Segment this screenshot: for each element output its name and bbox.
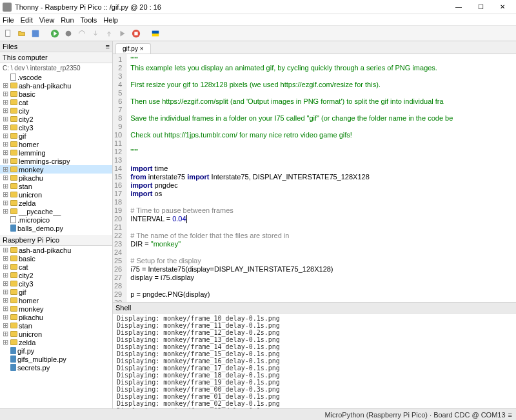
device-item[interactable]: ⊞monkey [0,305,112,313]
new-file-button[interactable] [3,28,14,39]
menubar: FileEditViewRunToolsHelp [0,14,516,26]
local-item[interactable]: ⊞stan [0,182,112,190]
step-out-button[interactable] [103,28,115,39]
local-files-tree: .vscode⊞ash-and-pikachu⊞basic⊞cat⊞city⊞c… [0,73,112,232]
svg-rect-7 [152,34,159,36]
editor-tab[interactable]: gif.py × [115,43,151,54]
device-item[interactable]: ⊞city3 [0,279,112,288]
stop-button[interactable] [130,28,142,39]
device-item[interactable]: ⊞cat [0,263,112,271]
device-item[interactable]: ⊞unicron [0,330,112,338]
open-file-button[interactable] [16,28,28,39]
menu-run[interactable]: Run [61,16,74,24]
device-item[interactable]: secrets.py [0,363,112,372]
local-item[interactable]: ⊞city2 [0,115,112,123]
svg-rect-1 [32,30,39,37]
maximize-button[interactable]: ☐ [470,1,491,14]
local-files-header[interactable]: This computer [0,52,112,63]
step-over-button[interactable] [76,28,88,39]
local-item[interactable]: ⊞pikachu [0,174,112,182]
window-title: Thonny - Raspberry Pi Pico :: /gif.py @ … [15,3,448,11]
local-item[interactable]: .micropico [0,215,112,224]
editor-tabbar: gif.py × [113,41,516,54]
files-sidebar: Files ≡ This computer C: \ dev \ interst… [0,41,113,408]
device-item[interactable]: ⊞city2 [0,271,112,279]
device-item[interactable]: ⊞ash-and-pikachu [0,246,112,254]
step-into-button[interactable] [90,28,101,39]
device-item[interactable]: gif.py [0,346,112,355]
device-files-tree: ⊞ash-and-pikachu⊞basic⊞cat⊞city2⊞city3⊞g… [0,246,112,408]
menu-tools[interactable]: Tools [81,16,97,24]
svg-rect-5 [134,32,137,35]
app-icon [3,3,12,12]
device-item[interactable]: ⊞gif [0,288,112,296]
device-item[interactable]: ⊞pikachu [0,313,112,321]
minimize-button[interactable]: — [448,1,470,14]
shell-output[interactable]: Displaying: monkey/frame_10_delay-0.1s.p… [113,314,516,408]
local-item[interactable]: balls_demo.py [0,224,112,232]
local-item[interactable]: ⊞gif [0,132,112,140]
menu-file[interactable]: File [3,16,14,24]
menu-help[interactable]: Help [103,16,118,24]
svg-point-3 [66,30,72,36]
save-button[interactable] [30,28,41,39]
interpreter-status[interactable]: MicroPython (Raspberry Pi Pico) · Board … [324,411,505,419]
debug-button[interactable] [63,28,74,39]
local-item[interactable]: .vscode [0,73,112,81]
support-ukraine-icon[interactable] [150,28,161,39]
device-item[interactable]: ⊞basic [0,254,112,263]
files-menu-icon[interactable]: ≡ [106,43,110,50]
local-item[interactable]: ⊞monkey [0,165,112,174]
local-item[interactable]: ⊞__pycache__ [0,207,112,215]
local-item[interactable]: ⊞unicron [0,190,112,199]
toolbar [0,26,516,41]
local-item[interactable]: ⊞zelda [0,199,112,207]
device-item[interactable]: ⊞zelda [0,338,112,346]
device-files-header[interactable]: Raspberry Pi Pico [0,235,112,246]
close-button[interactable]: ✕ [491,1,513,14]
resume-button[interactable] [117,28,128,39]
run-button[interactable] [49,28,61,39]
local-item[interactable]: ⊞city [0,106,112,115]
device-item[interactable]: gifs_multiple.py [0,355,112,363]
code-editor[interactable]: 1234567891011121314151617181920212223242… [113,54,516,302]
local-item[interactable]: ⊞cat [0,98,112,106]
local-item[interactable]: ⊞ash-and-pikachu [0,81,112,90]
menu-edit[interactable]: Edit [21,16,33,24]
status-menu-icon[interactable]: ≡ [508,411,512,419]
local-item[interactable]: ⊞lemmings-crispy [0,157,112,165]
local-item[interactable]: ⊞city3 [0,123,112,132]
device-item[interactable]: ⊞homer [0,296,112,305]
statusbar: MicroPython (Raspberry Pi Pico) · Board … [0,408,516,420]
files-panel-header: Files ≡ [0,41,112,52]
svg-rect-0 [6,30,10,36]
local-item[interactable]: ⊞basic [0,90,112,98]
line-gutter: 1234567891011121314151617181920212223242… [113,54,126,302]
local-item[interactable]: ⊞homer [0,140,112,148]
svg-rect-6 [152,30,159,33]
menu-view[interactable]: View [39,16,55,24]
titlebar: Thonny - Raspberry Pi Pico :: /gif.py @ … [0,0,516,14]
device-item[interactable]: ⊞stan [0,321,112,330]
local-item[interactable]: ⊞lemming [0,148,112,157]
local-path-breadcrumb[interactable]: C: \ dev \ interstate_rp2350 [0,63,112,73]
shell-header: Shell [113,303,516,314]
